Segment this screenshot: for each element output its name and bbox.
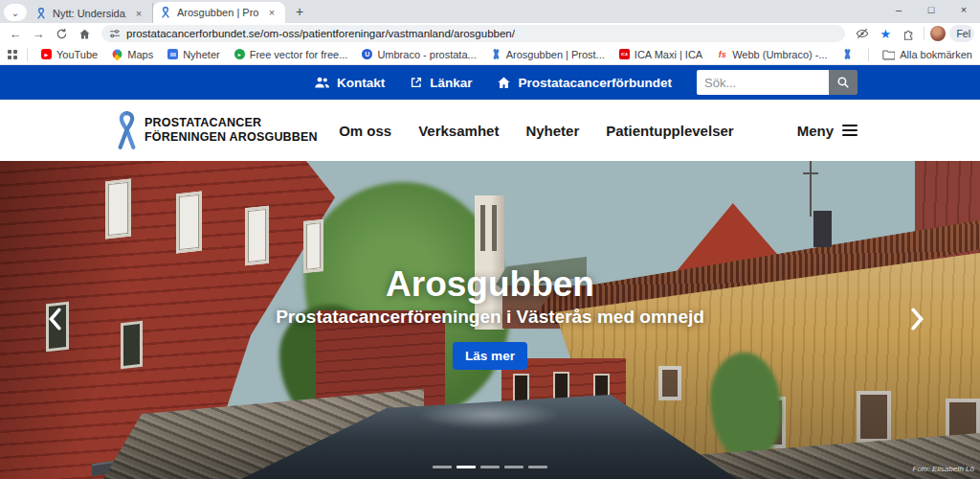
carousel-dot[interactable] xyxy=(480,466,500,468)
bookmark-label: Umbraco - prostata... xyxy=(377,49,476,60)
ribbon-favicon-icon xyxy=(35,8,47,19)
nav-items: Om ossVerksamhetNyheterPatientupplevelse… xyxy=(339,123,734,139)
bookmark-item[interactable]: Arosgubben | Prost... xyxy=(491,49,605,60)
profile-avatar[interactable] xyxy=(930,26,946,41)
bookmarks-list: YouTubeMapsNyheterFree vector for free..… xyxy=(41,49,855,60)
bookmark-item[interactable]: Maps xyxy=(112,49,153,60)
main-nav: Om ossVerksamhetNyheterPatientupplevelse… xyxy=(339,123,858,139)
tab-search-button[interactable]: ⌄ xyxy=(4,4,27,21)
close-tab-icon[interactable]: × xyxy=(265,6,278,19)
bookmark-label: Nyheter xyxy=(183,49,220,60)
toolbar-divider xyxy=(924,27,924,40)
eye-off-icon xyxy=(856,27,869,40)
url-text[interactable]: prostatacancerforbundet.se/om-oss/patien… xyxy=(126,28,515,39)
hamburger-icon xyxy=(842,125,858,137)
topbar-federation-link[interactable]: Prostatacancerförbundet xyxy=(497,76,672,90)
maximize-button[interactable]: □ xyxy=(915,0,947,21)
profile-name: Fel xyxy=(956,28,970,39)
bookmarks-bar: YouTubeMapsNyheterFree vector for free..… xyxy=(0,44,980,65)
site-utility-bar: Kontakt Länkar Prostatacancerförbundet xyxy=(0,65,980,100)
site-controls-icon xyxy=(109,28,121,39)
folder-icon xyxy=(882,49,895,60)
carousel-dot[interactable] xyxy=(433,466,452,468)
nav-item-nyheter[interactable]: Nyheter xyxy=(525,123,579,139)
chevron-right-icon xyxy=(910,308,925,331)
bookmark-label: Free vector for free... xyxy=(250,49,348,60)
site-search xyxy=(697,70,858,95)
carousel-next-button[interactable] xyxy=(907,307,928,331)
topbar-kontakt-link[interactable]: Kontakt xyxy=(314,76,385,90)
topbar-lankar-label: Länkar xyxy=(430,76,472,90)
bookmark-star-icon[interactable]: ★ xyxy=(876,25,895,42)
menu-button[interactable]: Meny xyxy=(797,123,858,139)
close-tab-icon[interactable]: × xyxy=(132,7,145,20)
carousel-prev-button[interactable] xyxy=(44,307,65,331)
carousel-dot[interactable] xyxy=(528,466,547,468)
bookmark-item[interactable]: Nyheter xyxy=(167,49,220,60)
ribbon-logo-icon xyxy=(117,111,137,149)
bookmark-label: YouTube xyxy=(56,49,98,60)
carousel-dot[interactable] xyxy=(457,466,476,468)
bookmark-label: Webb (Umbraco) -... xyxy=(732,49,827,60)
photo-credit: Foto: Elisabeth Lö xyxy=(913,465,974,473)
topbar-lankar-link[interactable]: Länkar xyxy=(410,76,472,90)
minimize-button[interactable]: – xyxy=(882,0,915,21)
las-mer-button[interactable]: Läs mer xyxy=(453,342,527,370)
topbar-federation-label: Prostatacancerförbundet xyxy=(518,76,672,90)
back-button[interactable]: ← xyxy=(6,25,25,42)
topbar-kontakt-label: Kontakt xyxy=(337,76,385,90)
menu-label: Meny xyxy=(797,123,834,139)
news-icon xyxy=(167,49,178,59)
nav-item-verksamhet[interactable]: Verksamhet xyxy=(418,123,499,139)
profile-menu[interactable]: Fel ⋮ xyxy=(949,25,974,42)
bookmark-item[interactable]: Umbraco - prostata... xyxy=(362,49,476,60)
logo-line2: FÖRENINGEN AROSGUBBEN xyxy=(145,130,318,145)
chevron-left-icon xyxy=(47,308,62,331)
password-eye-button[interactable] xyxy=(853,25,872,42)
bookmark-item[interactable]: Webb (Umbraco) -... xyxy=(717,49,827,60)
external-link-icon xyxy=(410,76,423,89)
hero-carousel: Arosgubben Prostatacancerföreningen i Vä… xyxy=(0,161,980,479)
site-search-input[interactable] xyxy=(697,70,829,95)
apps-grid-icon[interactable] xyxy=(8,50,17,59)
forward-button[interactable]: → xyxy=(29,25,48,42)
bookmark-item[interactable]: ICA Maxi | ICA xyxy=(619,49,702,60)
nav-item-om-oss[interactable]: Om oss xyxy=(339,123,391,139)
reload-button[interactable] xyxy=(52,25,71,42)
reload-icon xyxy=(56,28,68,40)
hero-title: Arosgubben xyxy=(0,264,980,305)
home-icon xyxy=(497,76,511,89)
site-search-button[interactable] xyxy=(829,70,858,95)
all-bookmarks-label: Alla bokmärken xyxy=(900,49,972,60)
home-button[interactable] xyxy=(75,25,94,42)
bookmark-label: ICA Maxi | ICA xyxy=(635,49,702,60)
site-logo[interactable]: PROSTATACANCER FÖRENINGEN AROSGUBBEN xyxy=(117,111,318,149)
browser-toolbar: ← → prostatacancerforbundet.se/om-oss/pa… xyxy=(0,23,980,44)
bookmark-label: Arosgubben | Prost... xyxy=(506,49,605,60)
carousel-indicators xyxy=(0,466,980,468)
bookmark-item[interactable]: Prostatacancerförbu... xyxy=(842,49,856,60)
logo-line1: PROSTATACANCER xyxy=(145,116,318,130)
bookmark-item[interactable]: YouTube xyxy=(41,49,98,60)
bookmark-item[interactable]: Free vector for free... xyxy=(234,49,348,60)
nav-item-patientupplevelser[interactable]: Patientupplevelser xyxy=(606,123,733,139)
close-window-button[interactable]: × xyxy=(947,0,980,21)
umbraco-icon xyxy=(362,49,372,59)
bookmark-label: Maps xyxy=(127,49,153,60)
home-icon xyxy=(78,28,91,40)
site-header: PROSTATACANCER FÖRENINGEN AROSGUBBEN Om … xyxy=(0,100,980,161)
window-controls: – □ × xyxy=(882,0,980,21)
new-tab-button[interactable]: + xyxy=(289,1,310,22)
all-bookmarks-button[interactable]: Alla bokmärken xyxy=(882,49,972,60)
ribbon-icon xyxy=(842,49,853,59)
freevector-icon xyxy=(234,49,245,59)
address-bar[interactable]: prostatacancerforbundet.se/om-oss/patien… xyxy=(101,25,845,42)
people-icon xyxy=(314,76,330,89)
extensions-button[interactable] xyxy=(899,25,918,42)
hero-subtitle: Prostatacancerföreningen i Västerås med … xyxy=(0,307,980,328)
tab-active[interactable]: Arosgubben | Prostatacancerfö × xyxy=(153,2,285,23)
fs-icon xyxy=(717,49,727,59)
bookmarks-divider xyxy=(868,48,869,61)
tab-inactive[interactable]: Nytt: Undersida, text och bild - × xyxy=(29,3,153,23)
carousel-dot[interactable] xyxy=(504,466,523,468)
